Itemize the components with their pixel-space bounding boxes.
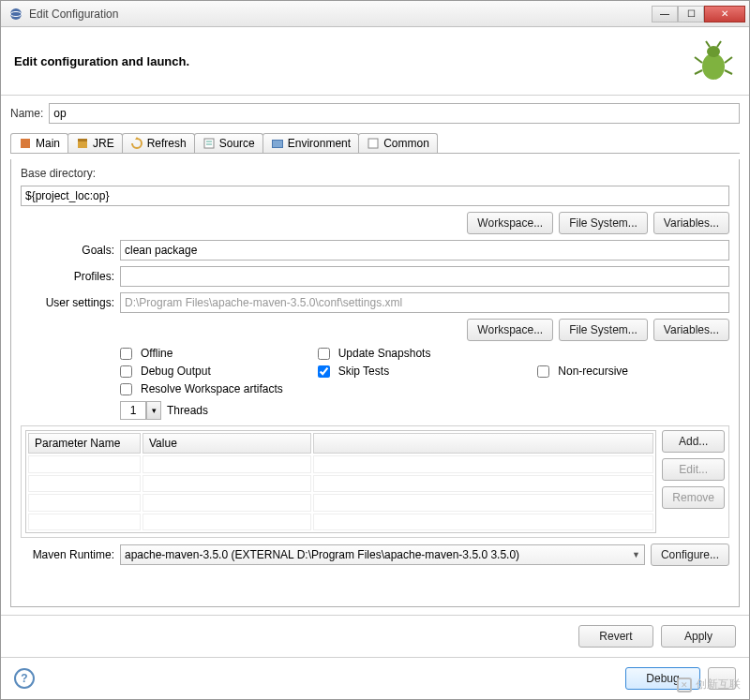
add-param-button[interactable]: Add... (662, 430, 725, 453)
table-row[interactable] (28, 475, 653, 493)
tab-label: Refresh (147, 137, 187, 150)
svg-rect-10 (21, 139, 30, 148)
header-heading: Edit configuration and launch. (14, 54, 691, 68)
minimize-button[interactable]: — (652, 6, 678, 22)
svg-line-9 (717, 41, 721, 47)
base-variables-button[interactable]: Variables... (653, 212, 729, 234)
tab-label: Common (383, 137, 429, 150)
user-settings-label: User settings: (21, 296, 114, 309)
non-recursive-checkbox[interactable] (537, 365, 549, 378)
tab-refresh[interactable]: Refresh (122, 133, 195, 153)
svg-rect-13 (204, 139, 214, 148)
svg-line-8 (706, 41, 710, 47)
offline-checkbox[interactable] (120, 348, 132, 360)
dialog-footer: ? Debug (1, 657, 749, 699)
tab-common[interactable]: Common (358, 133, 438, 153)
table-row[interactable] (28, 455, 653, 473)
tab-label: Environment (288, 137, 351, 150)
chevron-down-icon: ▼ (632, 550, 640, 559)
profiles-input[interactable] (120, 266, 729, 287)
revert-button[interactable]: Revert (578, 625, 653, 648)
name-input[interactable] (49, 103, 740, 124)
table-header-param[interactable]: Parameter Name (28, 433, 141, 454)
close-window-button[interactable]: ✕ (704, 6, 745, 22)
maven-runtime-value: apache-maven-3.5.0 (EXTERNAL D:\Program … (125, 548, 519, 561)
update-snapshots-label: Update Snapshots (338, 347, 532, 360)
svg-line-6 (695, 70, 702, 74)
maven-runtime-label: Maven Runtime: (21, 548, 114, 561)
main-tab-icon (19, 137, 32, 150)
offline-label: Offline (141, 347, 312, 360)
base-workspace-button[interactable]: Workspace... (467, 212, 553, 234)
tab-label: Main (36, 137, 60, 150)
resolve-workspace-checkbox[interactable] (120, 383, 132, 395)
svg-rect-11 (78, 141, 87, 148)
parameters-table[interactable]: Parameter Name Value (25, 430, 656, 533)
svg-point-3 (707, 46, 720, 57)
threads-value[interactable] (120, 401, 146, 420)
settings-variables-button[interactable]: Variables... (653, 319, 729, 341)
threads-step-button[interactable]: ▾ (146, 401, 161, 420)
table-row[interactable] (28, 514, 653, 531)
profiles-label: Profiles: (21, 270, 114, 283)
header: Edit configuration and launch. (1, 27, 749, 96)
base-dir-label: Base directory: (21, 167, 729, 180)
maven-runtime-select[interactable]: apache-maven-3.5.0 (EXTERNAL D:\Program … (120, 544, 645, 565)
tab-label: JRE (93, 137, 114, 150)
refresh-tab-icon (130, 137, 143, 150)
settings-filesystem-button[interactable]: File System... (559, 319, 648, 341)
titlebar: Edit Configuration — ☐ ✕ (1, 1, 749, 27)
bug-icon (691, 38, 736, 83)
name-label: Name: (10, 107, 43, 120)
user-settings-input[interactable] (120, 292, 729, 313)
svg-rect-12 (78, 139, 87, 141)
edit-param-button[interactable]: Edit... (662, 458, 725, 481)
help-icon[interactable]: ? (14, 668, 35, 689)
tab-label: Source (219, 137, 255, 150)
threads-label: Threads (167, 404, 208, 417)
tab-environment[interactable]: Environment (262, 133, 359, 153)
maximize-button[interactable]: ☐ (678, 6, 704, 22)
skip-tests-checkbox[interactable] (318, 365, 330, 378)
svg-point-0 (10, 8, 22, 20)
goals-label: Goals: (21, 244, 114, 257)
svg-line-7 (725, 70, 732, 74)
source-tab-icon (202, 137, 216, 150)
svg-line-4 (695, 57, 702, 63)
table-header-value[interactable]: Value (142, 433, 311, 454)
update-snapshots-checkbox[interactable] (318, 348, 330, 360)
content-area: Name: Main JRE Refresh Source Envi (1, 96, 749, 615)
main-panel: Base directory: Workspace... File System… (10, 159, 740, 607)
remove-param-button[interactable]: Remove (662, 486, 725, 509)
base-dir-input[interactable] (21, 186, 729, 206)
tab-bar: Main JRE Refresh Source Environment Comm… (10, 133, 740, 154)
debug-button[interactable]: Debug (625, 667, 700, 690)
common-tab-icon (367, 137, 380, 150)
goals-input[interactable] (120, 240, 729, 261)
threads-spinner[interactable]: ▾ (120, 401, 161, 420)
svg-point-2 (702, 53, 725, 80)
tab-main[interactable]: Main (10, 133, 68, 153)
svg-line-5 (725, 57, 732, 63)
resolve-workspace-label: Resolve Workspace artifacts (141, 382, 729, 395)
environment-tab-icon (271, 137, 284, 150)
dialog-window: Edit Configuration — ☐ ✕ Edit configurat… (0, 0, 750, 700)
window-title: Edit Configuration (29, 7, 652, 21)
debug-output-checkbox[interactable] (120, 365, 132, 378)
close-button[interactable] (708, 667, 736, 690)
svg-rect-17 (273, 141, 282, 147)
table-row[interactable] (28, 494, 653, 512)
debug-output-label: Debug Output (141, 365, 312, 378)
apply-button[interactable]: Apply (661, 625, 736, 648)
base-filesystem-button[interactable]: File System... (559, 212, 648, 234)
settings-workspace-button[interactable]: Workspace... (467, 319, 553, 341)
skip-tests-label: Skip Tests (338, 365, 532, 378)
non-recursive-label: Non-recursive (558, 365, 729, 378)
tab-jre[interactable]: JRE (68, 133, 123, 153)
jre-tab-icon (76, 137, 89, 150)
table-header-empty (313, 433, 653, 454)
configure-runtime-button[interactable]: Configure... (651, 544, 729, 566)
tab-source[interactable]: Source (194, 133, 263, 153)
eclipse-icon (8, 7, 23, 22)
footer-buttons: Revert Apply (1, 615, 749, 657)
